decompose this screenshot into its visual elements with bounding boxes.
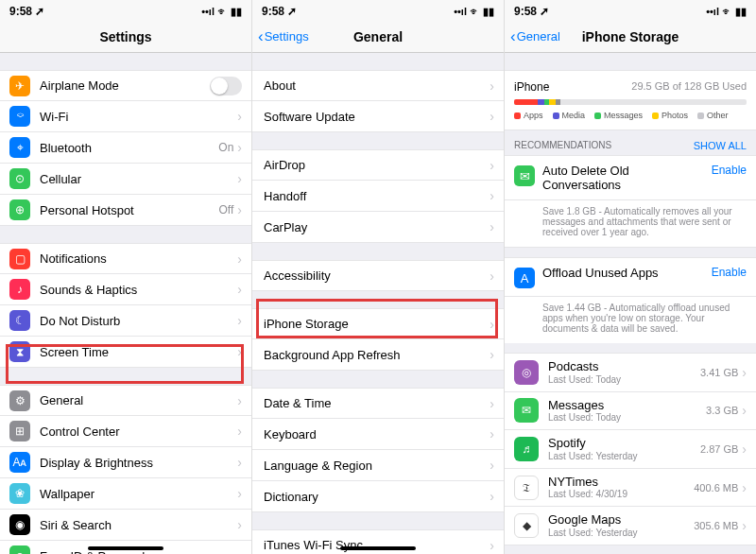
row-label: Wallpaper [40, 487, 237, 501]
app-icon: ♬ [514, 437, 539, 461]
row-value: Off [219, 203, 234, 216]
chevron-right-icon: › [237, 424, 242, 439]
legend-label: Messages [604, 111, 643, 120]
row-icon: ✈ [9, 76, 30, 96]
navbar-general: ‹ Settings General [252, 21, 504, 53]
chevron-right-icon: › [490, 426, 494, 441]
chevron-right-icon: › [237, 282, 242, 297]
chevron-right-icon: › [742, 403, 747, 418]
chevron-right-icon: › [237, 486, 242, 501]
app-size: 3.41 GB [700, 367, 738, 378]
row-label: Personal Hotspot [40, 203, 219, 217]
settings-sounds-haptics[interactable]: ♪Sounds & Haptics› [0, 274, 251, 305]
status-bar: 9:58 ➚ ••ılᯤ▮▮ [505, 0, 756, 21]
settings-cellular[interactable]: ⊙Cellular› [0, 164, 251, 195]
chevron-right-icon: › [237, 251, 242, 267]
row-icon: ⚙ [9, 390, 30, 411]
row-dictionary[interactable]: Dictionary› [252, 481, 504, 512]
row-label: iPhone Storage [264, 317, 490, 331]
row-label: Dictionary [264, 490, 490, 504]
row-airdrop[interactable]: AirDrop› [252, 149, 504, 181]
app-row-google-maps[interactable]: ◆Google MapsLast Used: Yesterday305.6 MB… [505, 507, 756, 545]
settings-bluetooth[interactable]: ⌖BluetoothOn› [0, 132, 251, 164]
row-background-app-refresh[interactable]: Background App Refresh› [252, 339, 504, 371]
row-iphone-storage[interactable]: iPhone Storage› [252, 308, 504, 339]
reco-auto-delete[interactable]: ✉ Auto Delete Old Conversations Enable [505, 155, 756, 200]
row-label: Airplane Mode [40, 78, 210, 93]
app-icon: ✉ [514, 398, 539, 423]
legend-item: Messages [594, 111, 643, 120]
row-language-region[interactable]: Language & Region› [252, 450, 504, 481]
app-last-used: Last Used: 4/30/19 [548, 489, 694, 500]
settings-screen-time[interactable]: ⧗Screen Time› [0, 337, 251, 368]
back-button[interactable]: ‹ General [510, 28, 560, 44]
chevron-right-icon: › [490, 268, 494, 284]
settings-personal-hotspot[interactable]: ⊕Personal HotspotOff› [0, 195, 251, 226]
app-row-messages[interactable]: ✉MessagesLast Used: Today3.3 GB› [505, 392, 756, 431]
status-icons: ••ılᯤ▮▮ [201, 6, 242, 18]
recommendations-header: RECOMMENDATIONS SHOW ALL [505, 130, 756, 155]
row-accessibility[interactable]: Accessibility› [252, 260, 504, 291]
row-icon: ◉ [9, 514, 30, 535]
row-keyboard[interactable]: Keyboard› [252, 419, 504, 450]
app-last-used: Last Used: Today [548, 374, 700, 386]
row-label: Date & Time [264, 396, 490, 410]
row-itunes-wi-fi-sync[interactable]: iTunes Wi-Fi Sync› [252, 529, 504, 554]
row-date-time[interactable]: Date & Time› [252, 388, 504, 419]
chevron-right-icon: › [742, 365, 747, 380]
storage-used-text: 29.5 GB of 128 GB Used [631, 80, 747, 94]
nav-title: Settings [99, 29, 151, 44]
chevron-right-icon: › [490, 317, 494, 332]
enable-link[interactable]: Enable [712, 266, 747, 279]
storage-segment [514, 99, 538, 105]
settings-wallpaper[interactable]: ❀Wallpaper› [0, 478, 251, 510]
row-carplay[interactable]: CarPlay› [252, 212, 504, 243]
settings-do-not-disturb[interactable]: ☾Do Not Disturb› [0, 305, 251, 337]
reco-offload-apps[interactable]: A Offload Unused Apps Enable [505, 257, 756, 297]
back-button[interactable]: ‹ Settings [258, 28, 309, 44]
enable-link[interactable]: Enable [712, 164, 747, 177]
settings-general[interactable]: ⚙General› [0, 385, 251, 416]
chevron-right-icon: › [490, 188, 494, 203]
chevron-right-icon: › [490, 458, 494, 473]
reco-title: Offload Unused Apps [542, 266, 704, 280]
settings-notifications[interactable]: ▢Notifications› [0, 243, 251, 274]
legend-swatch [553, 113, 559, 119]
chevron-right-icon: › [490, 347, 494, 362]
settings-wi-fi[interactable]: ⌔Wi-Fi› [0, 101, 251, 132]
row-label: Software Update [264, 110, 490, 124]
settings-display-brightness[interactable]: AᴀDisplay & Brightness› [0, 447, 251, 478]
nav-title: General [353, 29, 403, 44]
row-handoff[interactable]: Handoff› [252, 181, 504, 212]
legend-swatch [514, 113, 521, 119]
app-icon: ◎ [514, 360, 539, 385]
app-last-used: Last Used: Yesterday [548, 528, 694, 539]
chevron-right-icon: › [742, 518, 747, 533]
app-row-spotify[interactable]: ♬SpotifyLast Used: Yesterday2.87 GB› [505, 430, 756, 469]
app-name: Google Maps [548, 512, 694, 528]
app-row-podcasts[interactable]: ◎PodcastsLast Used: Today3.41 GB› [505, 353, 756, 392]
app-row-nytimes[interactable]: 𝔗NYTimesLast Used: 4/30/19400.6 MB› [505, 469, 756, 508]
show-all-link[interactable]: SHOW ALL [694, 140, 747, 151]
chevron-right-icon: › [237, 393, 242, 408]
app-size: 400.6 MB [694, 482, 738, 493]
row-icon: Aᴀ [9, 452, 30, 473]
settings-airplane-mode[interactable]: ✈Airplane Mode [0, 70, 251, 101]
row-label: Cellular [40, 172, 237, 186]
settings-control-center[interactable]: ⊞Control Center› [0, 416, 251, 447]
row-about[interactable]: About› [252, 70, 504, 101]
row-icon: ▢ [9, 249, 30, 269]
row-label: Keyboard [264, 427, 490, 441]
legend-item: Apps [514, 111, 543, 120]
app-last-used: Last Used: Today [548, 412, 706, 424]
row-icon: ⊕ [9, 199, 30, 220]
status-bar: 9:58 ➚ ••ılᯤ▮▮ [0, 0, 251, 21]
chevron-right-icon: › [237, 109, 242, 124]
settings-siri-search[interactable]: ◉Siri & Search› [0, 510, 251, 541]
toggle[interactable] [210, 77, 242, 95]
legend-label: Other [707, 111, 729, 120]
chevron-right-icon: › [490, 109, 494, 124]
row-software-update[interactable]: Software Update› [252, 101, 504, 132]
row-icon: ⊞ [9, 421, 30, 441]
legend-swatch [652, 113, 659, 119]
